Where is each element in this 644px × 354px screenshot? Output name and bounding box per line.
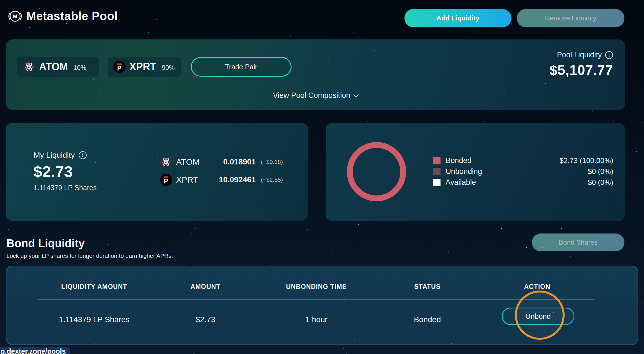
column-header-liquidity-amount: LIQUIDITY AMOUNT — [38, 283, 150, 291]
svg-text:P: P — [164, 178, 168, 185]
token-symbol: ATOM — [176, 157, 200, 167]
token-approx-value: (~$0.18) — [261, 159, 283, 165]
page-title: Metastable Pool — [26, 10, 118, 23]
bond-liquidity-title: Bond Liquidity — [6, 237, 85, 250]
app-window: M Metastable Pool Add Liquidity Remove L… — [0, 0, 644, 354]
status-bar-link-preview: p.dexter.zone/pools — [0, 347, 70, 354]
column-header-amount: AMOUNT — [150, 283, 261, 291]
xprt-icon: P — [160, 174, 172, 186]
cell-unbonding-time: 1 hour — [261, 311, 372, 328]
column-header-status: STATUS — [371, 283, 483, 291]
token-amount: 10.092461 — [219, 175, 256, 184]
legend-label: Unbonding — [446, 167, 482, 176]
atom-icon — [23, 61, 35, 73]
add-liquidity-button[interactable]: Add Liquidity — [404, 9, 512, 27]
cell-status: Bonded — [371, 311, 483, 328]
token-amount-row: ATOM 0.018901 (~$0.18) — [160, 156, 283, 168]
legend-value: $2.73 (100.00%) — [560, 156, 613, 165]
legend-value: $0 (0%) — [588, 167, 613, 176]
cell-amount: $2.73 — [150, 311, 261, 328]
header-divider — [38, 299, 594, 299]
liquidity-allocation-card: Bonded $2.73 (100.00%) Unbonding $0 (0%)… — [326, 123, 625, 221]
legend-swatch — [433, 179, 441, 186]
legend-value: $0 (0%) — [588, 178, 613, 187]
xprt-icon: P — [113, 61, 126, 73]
pool-overview-card: ATOM 10% P XPRT 90% Trade Pair View Pool… — [6, 39, 625, 110]
token-weight: 10% — [74, 62, 86, 72]
token-symbol: ATOM — [39, 61, 68, 73]
my-liquidity-value: $2.73 — [34, 162, 73, 181]
my-liquidity-card: My Liquidity i $2.73 1.114379 LP Shares … — [6, 123, 308, 221]
bond-liquidity-subtitle: Lock up your LP shares for longer durati… — [6, 252, 173, 259]
cell-liquidity-amount: 1.114379 LP Shares — [38, 311, 150, 328]
legend-item-unbonding: Unbonding $0 (0%) — [433, 168, 613, 175]
app-logo-icon: M — [7, 8, 23, 24]
legend-label: Available — [446, 178, 476, 187]
svg-text:P: P — [117, 65, 121, 72]
unbond-button-label: Unbond — [503, 308, 574, 324]
token-symbol: XPRT — [176, 175, 198, 185]
bond-shares-button[interactable]: Bond Shares — [532, 233, 624, 251]
bond-table-card: LIQUIDITY AMOUNT AMOUNT UNBONDING TIME S… — [6, 266, 638, 345]
legend-swatch — [433, 168, 441, 175]
view-pool-composition-label: View Pool Composition — [273, 91, 350, 100]
token-approx-value: (~$2.55) — [261, 176, 283, 183]
token-amount-row: P XPRT 10.092461 (~$2.55) — [160, 174, 283, 186]
token-badge-xprt: P XPRT 90% — [108, 57, 181, 77]
view-pool-composition-toggle[interactable]: View Pool Composition — [6, 91, 625, 100]
info-icon[interactable]: i — [79, 151, 87, 159]
legend-label: Bonded — [446, 156, 472, 165]
legend-item-available: Available $0 (0%) — [433, 179, 613, 186]
token-amount: 0.018901 — [223, 157, 256, 166]
remove-liquidity-button[interactable]: Remove Liquidity — [517, 9, 624, 27]
pool-liquidity-label: Pool Liquidity — [557, 51, 602, 59]
column-header-unbonding-time: UNBONDING TIME — [261, 283, 372, 291]
lp-shares-text: 1.114379 LP Shares — [34, 184, 97, 192]
unbond-button[interactable]: Unbond — [502, 308, 574, 325]
my-liquidity-label: My Liquidity — [34, 151, 75, 160]
chevron-down-icon — [353, 92, 359, 98]
token-weight: 90% — [162, 62, 175, 72]
token-symbol: XPRT — [129, 61, 156, 73]
allocation-donut-chart — [347, 142, 406, 201]
column-header-action: ACTION — [481, 283, 593, 291]
info-icon[interactable]: i — [605, 51, 613, 59]
token-badge-atom: ATOM 10% — [17, 57, 99, 77]
trade-pair-button[interactable]: Trade Pair — [191, 57, 292, 77]
legend-item-bonded: Bonded $2.73 (100.00%) — [433, 157, 613, 164]
pool-liquidity-value: $5,107.77 — [550, 62, 613, 78]
atom-icon — [160, 156, 172, 168]
legend-swatch — [433, 157, 441, 164]
svg-text:M: M — [13, 13, 17, 19]
